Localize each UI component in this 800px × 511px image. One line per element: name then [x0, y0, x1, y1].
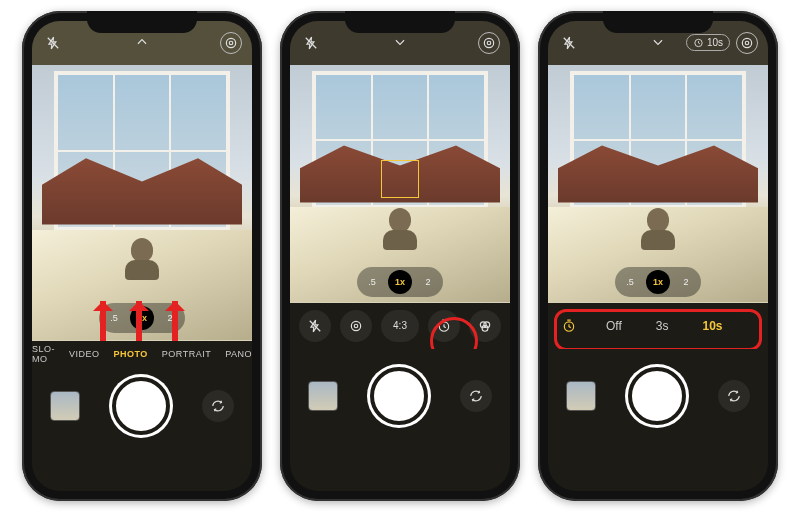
timer-option-off[interactable]: Off	[596, 319, 632, 333]
zoom-control[interactable]: .5 1x 2	[357, 267, 443, 297]
svg-point-8	[351, 321, 360, 330]
svg-point-16	[742, 38, 751, 47]
mode-item-active[interactable]: PHOTO	[114, 349, 148, 359]
svg-point-1	[229, 41, 233, 45]
zoom-tele[interactable]: 2	[416, 270, 440, 294]
timer-icon[interactable]	[428, 310, 460, 342]
live-photo-toggle-icon[interactable]	[340, 310, 372, 342]
flash-icon[interactable]	[300, 32, 322, 54]
timer-badge-label: 10s	[707, 37, 723, 48]
viewfinder[interactable]: .5 1x 2	[32, 65, 252, 341]
zoom-wide[interactable]: 1x	[388, 270, 412, 294]
flash-icon[interactable]	[42, 32, 64, 54]
svg-point-12	[482, 325, 488, 331]
last-photo-thumbnail[interactable]	[50, 391, 80, 421]
svg-point-15	[745, 41, 749, 45]
svg-point-2	[226, 38, 235, 47]
timer-option-3s[interactable]: 3s	[646, 319, 679, 333]
svg-point-7	[354, 324, 358, 328]
flash-icon[interactable]	[558, 32, 580, 54]
focus-indicator	[381, 160, 419, 198]
mode-selector[interactable]: SLO-MO VIDEO PHOTO PORTRAIT PANO	[32, 341, 252, 367]
phone-step-3: 10s .5 1x 2 Off	[538, 11, 778, 501]
shutter-button[interactable]	[112, 377, 170, 435]
scene-subject	[641, 208, 675, 250]
live-photo-icon[interactable]	[220, 32, 242, 54]
annotation-arrow	[100, 301, 106, 341]
bottom-controls	[290, 349, 510, 453]
last-photo-thumbnail[interactable]	[308, 381, 338, 411]
mode-item[interactable]: PORTRAIT	[162, 349, 211, 359]
phone-step-2: .5 1x 2 4:3	[280, 11, 520, 501]
zoom-tele[interactable]: 2	[674, 270, 698, 294]
camera-screen: .5 1x 2 4:3	[290, 21, 510, 491]
svg-point-5	[484, 38, 493, 47]
notch	[87, 11, 197, 33]
aspect-ratio-button[interactable]: 4:3	[381, 310, 419, 342]
last-photo-thumbnail[interactable]	[566, 381, 596, 411]
camera-screen: 10s .5 1x 2 Off	[548, 21, 768, 491]
mode-item[interactable]: SLO-MO	[32, 344, 55, 364]
zoom-wide[interactable]: 1x	[646, 270, 670, 294]
live-photo-icon[interactable]	[736, 32, 758, 54]
switch-camera-icon[interactable]	[460, 380, 492, 412]
controls-chevron-down-icon[interactable]	[651, 35, 665, 52]
notch	[603, 11, 713, 33]
mode-item[interactable]: VIDEO	[69, 349, 100, 359]
notch	[345, 11, 455, 33]
shutter-button[interactable]	[370, 367, 428, 425]
controls-chevron-down-icon[interactable]	[393, 35, 407, 52]
bottom-controls	[548, 349, 768, 453]
timer-option-10s[interactable]: 10s	[692, 319, 732, 333]
annotation-arrow	[172, 301, 178, 341]
mode-item[interactable]: PANO	[225, 349, 252, 359]
expanded-toolbar: 4:3	[290, 303, 510, 349]
phone-step-1: .5 1x 2 SLO-MO VIDEO PHOTO PORTRAIT PANO	[22, 11, 262, 501]
scene-subject	[125, 238, 159, 280]
zoom-ultrawide[interactable]: .5	[360, 270, 384, 294]
switch-camera-icon[interactable]	[202, 390, 234, 422]
annotation-arrow	[136, 301, 142, 341]
controls-chevron-up-icon[interactable]	[135, 35, 149, 52]
switch-camera-icon[interactable]	[718, 380, 750, 412]
timer-icon	[556, 313, 582, 339]
zoom-control[interactable]: .5 1x 2	[615, 267, 701, 297]
bottom-controls: SLO-MO VIDEO PHOTO PORTRAIT PANO	[32, 341, 252, 491]
flash-toggle-icon[interactable]	[299, 310, 331, 342]
filters-icon[interactable]	[469, 310, 501, 342]
camera-screen: .5 1x 2 SLO-MO VIDEO PHOTO PORTRAIT PANO	[32, 21, 252, 491]
viewfinder[interactable]: .5 1x 2	[290, 65, 510, 303]
svg-point-4	[487, 41, 491, 45]
shutter-button[interactable]	[628, 367, 686, 425]
timer-badge[interactable]: 10s	[686, 34, 730, 51]
scene-subject	[383, 208, 417, 250]
zoom-ultrawide[interactable]: .5	[618, 270, 642, 294]
live-photo-icon[interactable]	[478, 32, 500, 54]
viewfinder[interactable]: .5 1x 2	[548, 65, 768, 303]
timer-options: Off 3s 10s	[548, 303, 768, 349]
